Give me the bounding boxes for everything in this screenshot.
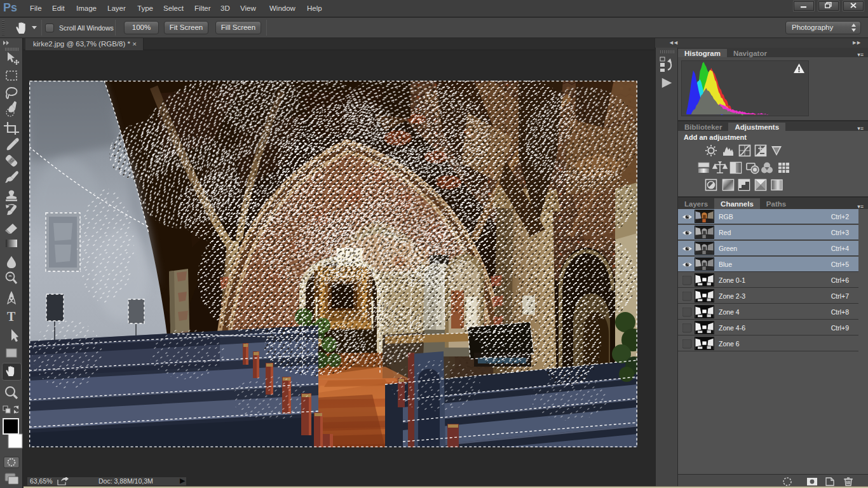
svg-text:T: T — [7, 309, 16, 323]
